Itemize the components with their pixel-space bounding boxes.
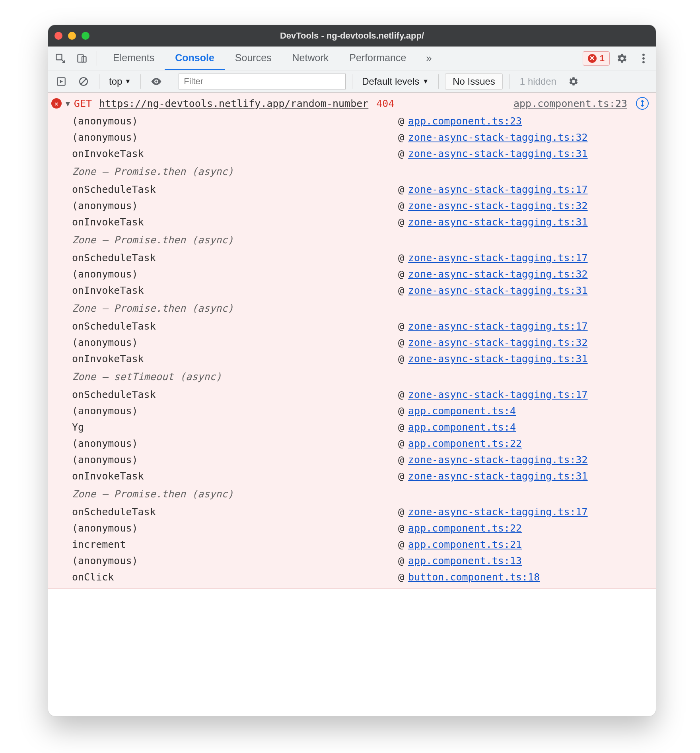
- stack-frame-source-link[interactable]: zone-async-stack-tagging.ts:31: [408, 470, 588, 482]
- at-symbol: @: [398, 454, 404, 466]
- stack-frame-source-link[interactable]: zone-async-stack-tagging.ts:32: [408, 337, 588, 348]
- stack-frame-source-link[interactable]: app.component.ts:22: [408, 438, 522, 449]
- stack-frame-source-link[interactable]: app.component.ts:4: [408, 421, 516, 433]
- tab-sources[interactable]: Sources: [225, 47, 282, 70]
- stack-frame-source-link[interactable]: zone-async-stack-tagging.ts:17: [408, 506, 588, 518]
- disclosure-triangle-icon[interactable]: ▼: [66, 99, 70, 108]
- request-url-link[interactable]: https://ng-devtools.netlify.app/random-n…: [99, 98, 368, 109]
- stack-frame-source-link[interactable]: zone-async-stack-tagging.ts:17: [408, 184, 588, 195]
- at-symbol: @: [398, 421, 404, 433]
- stack-frame: (anonymous)@app.component.ts:23: [72, 113, 649, 129]
- log-levels-selector[interactable]: Default levels ▼: [359, 74, 432, 89]
- stack-frame-function: onScheduleTask: [72, 389, 398, 400]
- chevron-down-icon: ▼: [422, 78, 429, 85]
- stack-frame-source-link[interactable]: zone-async-stack-tagging.ts:32: [408, 454, 588, 466]
- stack-frame-source-link[interactable]: zone-async-stack-tagging.ts:31: [408, 353, 588, 365]
- zoom-window-button[interactable]: [82, 32, 89, 40]
- async-boundary-label: Zone — Promise.then (async): [72, 299, 649, 318]
- stack-frame: onInvokeTask@zone-async-stack-tagging.ts…: [72, 214, 649, 230]
- console-settings-icon[interactable]: [564, 72, 583, 91]
- error-count-badge[interactable]: ✕ 1: [583, 51, 610, 66]
- stack-frame-source-link[interactable]: zone-async-stack-tagging.ts:31: [408, 148, 588, 159]
- stack-frame-source-link[interactable]: zone-async-stack-tagging.ts:17: [408, 252, 588, 264]
- stack-frame-function: (anonymous): [72, 115, 398, 127]
- hidden-messages-label: 1 hidden: [516, 76, 560, 87]
- tab-performance[interactable]: Performance: [339, 47, 416, 70]
- device-toolbar-icon[interactable]: [73, 49, 91, 68]
- stack-frame: (anonymous)@app.component.ts:22: [72, 520, 649, 536]
- async-boundary-label: Zone — Promise.then (async): [72, 230, 649, 250]
- tab-elements[interactable]: Elements: [103, 47, 165, 70]
- stack-frame-function: onScheduleTask: [72, 320, 398, 332]
- at-symbol: @: [398, 132, 404, 143]
- live-expression-icon[interactable]: [147, 72, 165, 91]
- execute-icon[interactable]: [52, 72, 70, 91]
- at-symbol: @: [398, 252, 404, 264]
- chevron-down-icon: ▼: [124, 78, 131, 85]
- kebab-menu-icon[interactable]: [634, 49, 653, 68]
- stack-frame-function: (anonymous): [72, 200, 398, 212]
- stack-frame-source-link[interactable]: zone-async-stack-tagging.ts:17: [408, 389, 588, 400]
- stack-frame-source-link[interactable]: app.component.ts:4: [408, 405, 516, 417]
- stack-frame: onScheduleTask@zone-async-stack-tagging.…: [72, 318, 649, 334]
- execution-context-selector[interactable]: top ▼: [106, 74, 134, 89]
- navigate-icon[interactable]: [636, 97, 649, 110]
- separator: [99, 74, 99, 89]
- stack-frame-source-link[interactable]: app.component.ts:13: [408, 555, 522, 567]
- tab-console[interactable]: Console: [165, 47, 225, 70]
- at-symbol: @: [398, 184, 404, 195]
- tab-network[interactable]: Network: [282, 47, 339, 70]
- stack-frame-source-link[interactable]: zone-async-stack-tagging.ts:31: [408, 285, 588, 296]
- stack-frame-source-link[interactable]: zone-async-stack-tagging.ts:17: [408, 320, 588, 332]
- stack-frame-source-link[interactable]: zone-async-stack-tagging.ts:32: [408, 200, 588, 212]
- settings-icon[interactable]: [613, 49, 631, 68]
- console-messages: ✕ ▼ GET https://ng-devtools.netlify.app/…: [48, 93, 656, 716]
- stack-frame: onClick@button.component.ts:18: [72, 569, 649, 585]
- svg-rect-2: [82, 56, 86, 62]
- issues-button[interactable]: No Issues: [445, 73, 503, 90]
- stack-frame-source-link[interactable]: button.component.ts:18: [408, 571, 540, 583]
- stack-frame-source-link[interactable]: app.component.ts:23: [408, 115, 522, 127]
- separator: [172, 74, 172, 89]
- title-bar: DevTools - ng-devtools.netlify.app/: [48, 25, 656, 47]
- at-symbol: @: [398, 353, 404, 365]
- svg-point-4: [642, 57, 645, 60]
- stack-frame-function: onScheduleTask: [72, 184, 398, 195]
- close-window-button[interactable]: [54, 32, 62, 40]
- error-icon: ✕: [51, 98, 62, 109]
- stack-frame-source-link[interactable]: app.component.ts:22: [408, 522, 522, 534]
- execution-context-label: top: [109, 76, 122, 87]
- async-boundary-label: Zone — Promise.then (async): [72, 162, 649, 181]
- at-symbol: @: [398, 389, 404, 400]
- response-status: 404: [376, 98, 394, 109]
- console-toolbar: top ▼ Default levels ▼ No Issues 1 hidde…: [48, 70, 656, 93]
- at-symbol: @: [398, 522, 404, 534]
- stack-frame: onInvokeTask@zone-async-stack-tagging.ts…: [72, 146, 649, 162]
- stack-frame-function: increment: [72, 539, 398, 550]
- separator: [140, 74, 141, 89]
- stack-frame: onScheduleTask@zone-async-stack-tagging.…: [72, 250, 649, 266]
- stack-frame-function: (anonymous): [72, 522, 398, 534]
- stack-frame-function: onInvokeTask: [72, 285, 398, 296]
- more-tabs-icon[interactable]: »: [420, 49, 438, 68]
- stack-frame: onScheduleTask@zone-async-stack-tagging.…: [72, 504, 649, 520]
- async-boundary-label: Zone — setTimeout (async): [72, 367, 649, 386]
- clear-console-icon[interactable]: [74, 72, 93, 91]
- at-symbol: @: [398, 320, 404, 332]
- error-count: 1: [600, 53, 605, 64]
- stack-frame-function: onScheduleTask: [72, 252, 398, 264]
- minimize-window-button[interactable]: [68, 32, 76, 40]
- inspect-element-icon[interactable]: [51, 49, 70, 68]
- filter-input[interactable]: [179, 74, 346, 89]
- at-symbol: @: [398, 200, 404, 212]
- stack-frame-source-link[interactable]: zone-async-stack-tagging.ts:31: [408, 216, 588, 228]
- message-source-link[interactable]: app.component.ts:23: [513, 98, 627, 109]
- stack-frame-function: onClick: [72, 571, 398, 583]
- stack-frame-source-link[interactable]: zone-async-stack-tagging.ts:32: [408, 268, 588, 280]
- at-symbol: @: [398, 337, 404, 348]
- at-symbol: @: [398, 438, 404, 449]
- stack-frame-source-link[interactable]: zone-async-stack-tagging.ts:32: [408, 132, 588, 143]
- stack-frame: onInvokeTask@zone-async-stack-tagging.ts…: [72, 282, 649, 299]
- stack-frame-source-link[interactable]: app.component.ts:21: [408, 539, 522, 550]
- separator: [352, 74, 352, 89]
